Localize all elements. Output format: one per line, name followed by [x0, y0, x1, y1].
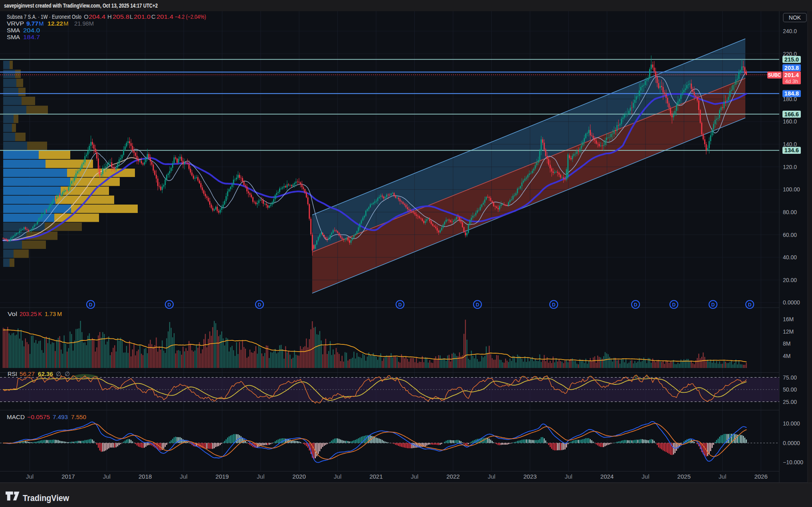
- svg-text:56.27: 56.27: [20, 370, 35, 377]
- svg-text:25.00: 25.00: [783, 399, 797, 405]
- svg-text:SMA: SMA: [7, 27, 20, 34]
- svg-text:D: D: [476, 302, 479, 308]
- svg-text:−0.0575: −0.0575: [27, 414, 50, 420]
- svg-text:10.000: 10.000: [783, 420, 800, 427]
- svg-text:40.00: 40.00: [783, 254, 797, 260]
- svg-text:0.0000: 0.0000: [783, 299, 800, 306]
- svg-text:215.0: 215.0: [784, 56, 799, 63]
- svg-text:205.8: 205.8: [113, 13, 129, 20]
- svg-text:62.36: 62.36: [38, 370, 53, 377]
- svg-text:∅: ∅: [56, 370, 61, 377]
- svg-text:D: D: [89, 302, 93, 308]
- svg-text:2026: 2026: [754, 473, 767, 480]
- svg-text:−4.2 (−2.04%): −4.2 (−2.04%): [175, 13, 206, 20]
- svg-text:204.4: 204.4: [89, 13, 105, 20]
- svg-text:D: D: [634, 302, 638, 308]
- svg-text:140.0: 140.0: [783, 141, 797, 147]
- svg-text:1.73 M: 1.73 M: [45, 310, 62, 317]
- svg-text:Jul: Jul: [180, 473, 188, 480]
- svg-text:VRVP: VRVP: [7, 20, 24, 27]
- svg-text:16M: 16M: [783, 316, 794, 322]
- svg-text:50.00: 50.00: [783, 386, 797, 393]
- svg-text:O: O: [84, 13, 89, 20]
- svg-text:D: D: [711, 302, 715, 308]
- svg-text:Jul: Jul: [642, 473, 649, 480]
- svg-text:H: H: [107, 13, 112, 20]
- svg-text:Jul: Jul: [565, 473, 572, 480]
- svg-text:160.0: 160.0: [783, 118, 797, 125]
- svg-text:Jul: Jul: [26, 473, 34, 480]
- svg-text:SUBC: SUBC: [768, 72, 781, 78]
- svg-text:D: D: [168, 302, 171, 308]
- svg-text:D: D: [398, 302, 402, 308]
- svg-text:Jul: Jul: [257, 473, 264, 480]
- svg-text:0.0000: 0.0000: [783, 440, 800, 446]
- svg-text:4d 3h: 4d 3h: [785, 78, 798, 84]
- svg-text:21.98M: 21.98M: [74, 20, 94, 27]
- svg-text:2024: 2024: [600, 473, 614, 480]
- svg-text:184.7: 184.7: [23, 34, 40, 40]
- svg-text:−10.000: −10.000: [783, 459, 803, 465]
- svg-text:2022: 2022: [446, 473, 459, 480]
- svg-text:savepiginvest created with Tra: savepiginvest created with TradingView.c…: [4, 2, 158, 9]
- svg-text:12M: 12M: [783, 328, 794, 335]
- svg-text:7.550: 7.550: [71, 414, 86, 420]
- svg-text:D: D: [672, 302, 676, 308]
- svg-text:4M: 4M: [783, 353, 790, 359]
- svg-text:D: D: [748, 302, 752, 308]
- svg-text:12.22: 12.22: [48, 20, 63, 27]
- svg-text:120.0: 120.0: [783, 164, 797, 170]
- svg-text:M: M: [63, 20, 69, 27]
- svg-text:C: C: [151, 13, 156, 20]
- svg-text:2017: 2017: [61, 473, 75, 480]
- svg-text:M: M: [39, 20, 44, 27]
- svg-text:NOK: NOK: [789, 14, 801, 21]
- svg-text:2019: 2019: [216, 473, 229, 480]
- svg-text:Subsea 7 S.A. · 1W · Euronext: Subsea 7 S.A. · 1W · Euronext Oslo: [7, 13, 81, 20]
- svg-text:201.0: 201.0: [134, 13, 151, 20]
- svg-text:2020: 2020: [293, 473, 306, 480]
- svg-text:60.00: 60.00: [783, 232, 797, 238]
- svg-text:Jul: Jul: [103, 473, 111, 480]
- svg-text:8M: 8M: [783, 340, 790, 347]
- svg-text:80.00: 80.00: [783, 209, 797, 215]
- svg-text:2021: 2021: [369, 473, 382, 480]
- svg-text:203.8: 203.8: [784, 65, 799, 71]
- svg-text:184.8: 184.8: [784, 90, 799, 97]
- svg-text:240.0: 240.0: [783, 28, 797, 34]
- svg-text:100.00: 100.00: [783, 186, 800, 193]
- svg-text:204.0: 204.0: [23, 27, 40, 34]
- svg-text:2018: 2018: [139, 473, 152, 480]
- svg-text:75.00: 75.00: [783, 374, 797, 381]
- svg-text:Vol: Vol: [8, 310, 17, 317]
- svg-text:D: D: [552, 302, 556, 308]
- svg-text:2025: 2025: [677, 473, 691, 480]
- svg-text:201.4: 201.4: [784, 72, 799, 78]
- svg-text:203.25 K: 203.25 K: [20, 310, 42, 317]
- svg-text:SMA: SMA: [7, 34, 20, 40]
- svg-text:Jul: Jul: [719, 473, 726, 480]
- svg-text:166.6: 166.6: [784, 111, 799, 117]
- svg-text:D: D: [258, 302, 261, 308]
- svg-text:9.77: 9.77: [26, 20, 38, 27]
- svg-text:7.493: 7.493: [53, 414, 68, 420]
- svg-text:TradingView: TradingView: [23, 493, 69, 503]
- svg-text:134.6: 134.6: [784, 147, 799, 153]
- svg-text:L: L: [130, 13, 133, 20]
- svg-text:Jul: Jul: [488, 473, 495, 480]
- svg-text:20.00: 20.00: [783, 277, 797, 283]
- svg-text:2023: 2023: [523, 473, 537, 480]
- svg-text:RSI: RSI: [8, 370, 17, 377]
- svg-text:201.4: 201.4: [156, 13, 173, 20]
- svg-text:MACD: MACD: [7, 414, 25, 420]
- svg-text:Jul: Jul: [334, 473, 341, 480]
- svg-text:∅: ∅: [65, 370, 70, 377]
- svg-text:Jul: Jul: [411, 473, 418, 480]
